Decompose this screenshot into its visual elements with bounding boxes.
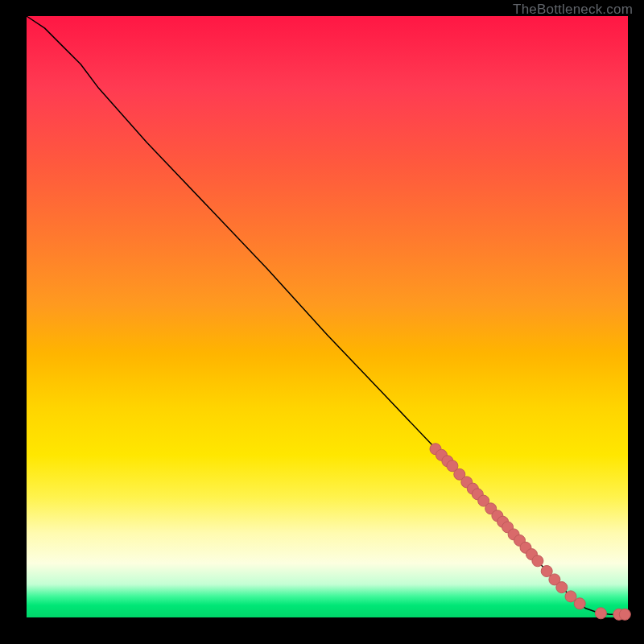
svg-point-17 [532, 555, 543, 567]
svg-point-22 [574, 598, 585, 609]
curve-line [27, 16, 628, 614]
svg-point-25 [619, 609, 630, 620]
svg-point-20 [556, 582, 568, 593]
svg-point-23 [595, 608, 606, 619]
chart-overlay [0, 0, 644, 644]
chart-stage: TheBottleneck.com [0, 0, 644, 644]
scatter-markers [430, 444, 630, 621]
